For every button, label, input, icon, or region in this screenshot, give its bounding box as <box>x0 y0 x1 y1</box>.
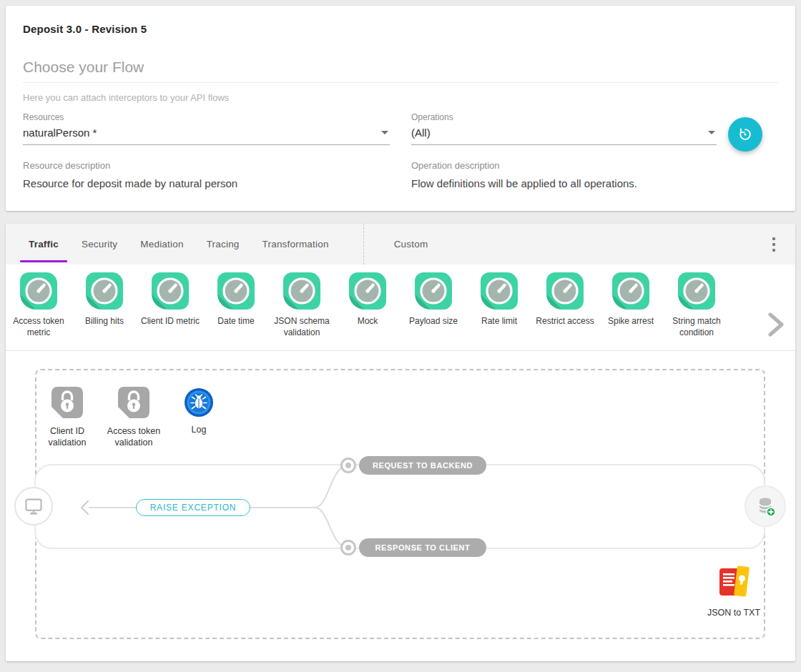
interceptor-label: JSON schema validation <box>269 316 335 338</box>
section-divider <box>23 82 778 83</box>
interceptor-mock[interactable]: Mock <box>335 272 400 338</box>
tab-transformation[interactable]: Transformation <box>251 224 340 265</box>
attached-interceptor-client-id-validation[interactable]: Client ID validation <box>31 386 103 449</box>
json-to-txt-icon <box>715 563 752 601</box>
interceptor-json-schema-validation[interactable]: JSON schema validation <box>269 272 335 338</box>
flow-canvas: Client ID validation Access token valida… <box>6 351 795 661</box>
request-to-backend-pill: REQUEST TO BACKEND <box>359 456 486 475</box>
gauge-icon <box>283 272 320 310</box>
operation-description-label: Operation description <box>411 160 717 171</box>
gauge-icon <box>349 272 386 310</box>
resource-description-value: Resource for deposit made by natural per… <box>23 177 390 189</box>
bug-icon <box>184 387 214 417</box>
tab-label: Mediation <box>140 239 183 249</box>
interceptor-string-match-condition[interactable]: String match condition <box>664 272 729 338</box>
gauge-icon <box>612 272 649 310</box>
tab-custom[interactable]: Custom <box>383 224 440 265</box>
gauge-icon <box>415 272 452 310</box>
operations-value: (All) <box>411 127 708 139</box>
attached-interceptor-log[interactable]: Log <box>163 387 235 435</box>
interceptor-label: String match condition <box>664 316 729 338</box>
page-title: Deposit 3.0 - Revision 5 <box>23 23 778 35</box>
interceptor-label: Date time <box>217 316 254 327</box>
palette-next-button[interactable] <box>767 312 785 337</box>
gauge-icon <box>546 272 584 310</box>
tab-label: Traffic <box>29 239 59 249</box>
attached-interceptor-label: Log <box>192 424 207 435</box>
monitor-icon <box>24 496 44 516</box>
resources-select[interactable]: naturalPerson * <box>23 127 390 145</box>
gauge-icon <box>481 272 518 310</box>
interceptor-category-tabs: Traffic Security Mediation Tracing Trans… <box>6 224 795 265</box>
interceptor-date-time[interactable]: Date time <box>203 272 269 338</box>
interceptor-rate-limit[interactable]: Rate limit <box>466 272 532 338</box>
interceptor-label: Payload size <box>409 316 458 327</box>
section-subtitle: Here you can attach interceptors to your… <box>23 92 778 103</box>
resources-value: naturalPerson * <box>23 127 381 139</box>
interceptor-label: Restrict access <box>536 316 594 327</box>
interceptor-label: Client ID metric <box>141 316 200 327</box>
section-title: Choose your Flow <box>23 59 778 76</box>
interceptor-label: Access token metric <box>6 316 72 338</box>
interceptor-payload-size[interactable]: Payload size <box>400 272 466 338</box>
arrow-left-icon <box>79 500 89 515</box>
interceptor-spike-arrest[interactable]: Spike arrest <box>598 272 664 338</box>
tab-separator <box>363 224 364 265</box>
backend-node[interactable] <box>745 485 786 527</box>
gauge-icon <box>152 272 189 310</box>
attached-interceptor-label: Access token validation <box>98 425 169 449</box>
interceptor-label: Mock <box>358 316 378 327</box>
gauge-icon <box>20 272 57 310</box>
api-revision-card: Deposit 3.0 - Revision 5 Choose your Flo… <box>6 6 795 211</box>
interceptor-label: Spike arrest <box>608 316 654 327</box>
interceptor-palette: Access token metric Billing hits Client … <box>6 265 795 351</box>
chevron-right-icon <box>767 312 785 337</box>
response-connector-dot[interactable] <box>340 540 356 555</box>
database-add-icon <box>754 495 777 518</box>
tab-label: Security <box>82 239 117 249</box>
chevron-down-icon <box>708 131 715 134</box>
lock-icon <box>117 386 150 419</box>
response-to-client-pill: RESPONSE TO CLIENT <box>359 538 486 557</box>
more-options-icon[interactable] <box>771 236 777 253</box>
revision-history-button[interactable] <box>728 117 762 152</box>
attached-interceptor-json-to-txt[interactable]: JSON to TXT <box>698 563 770 618</box>
tab-label: Transformation <box>262 239 329 249</box>
gauge-icon <box>678 272 715 310</box>
attached-interceptor-access-token-validation[interactable]: Access token validation <box>98 386 169 449</box>
attached-interceptor-label: JSON to TXT <box>707 607 760 618</box>
flow-editor-card: Traffic Security Mediation Tracing Trans… <box>6 224 795 661</box>
interceptor-client-id-metric[interactable]: Client ID metric <box>137 272 203 338</box>
interceptor-label: Billing hits <box>85 316 124 327</box>
operation-description-value: Flow definitions will be applied to all … <box>411 177 717 189</box>
raise-exception-pill[interactable]: RAISE EXCEPTION <box>136 499 250 516</box>
gauge-icon <box>217 272 255 310</box>
interceptor-restrict-access[interactable]: Restrict access <box>532 272 598 338</box>
interceptor-label: Rate limit <box>481 316 517 327</box>
request-connector-dot[interactable] <box>340 458 356 473</box>
interceptor-billing-hits[interactable]: Billing hits <box>72 272 137 338</box>
tab-tracing[interactable]: Tracing <box>195 224 251 265</box>
gauge-icon <box>86 272 123 310</box>
attached-interceptor-label: Client ID validation <box>31 425 103 449</box>
operations-select[interactable]: (All) <box>411 127 717 145</box>
history-restore-icon <box>737 127 753 142</box>
chevron-down-icon <box>381 131 388 134</box>
resource-description-label: Resource description <box>23 160 390 171</box>
tab-mediation[interactable]: Mediation <box>129 224 195 265</box>
tab-label: Tracing <box>207 239 240 249</box>
interceptor-access-token-metric[interactable]: Access token metric <box>6 272 72 338</box>
tab-security[interactable]: Security <box>70 224 129 265</box>
client-node[interactable] <box>14 487 53 525</box>
tab-label: Custom <box>394 239 428 249</box>
lock-icon <box>51 386 84 419</box>
tab-traffic[interactable]: Traffic <box>17 224 70 265</box>
resources-label: Resources <box>23 112 390 122</box>
operations-label: Operations <box>411 112 717 122</box>
